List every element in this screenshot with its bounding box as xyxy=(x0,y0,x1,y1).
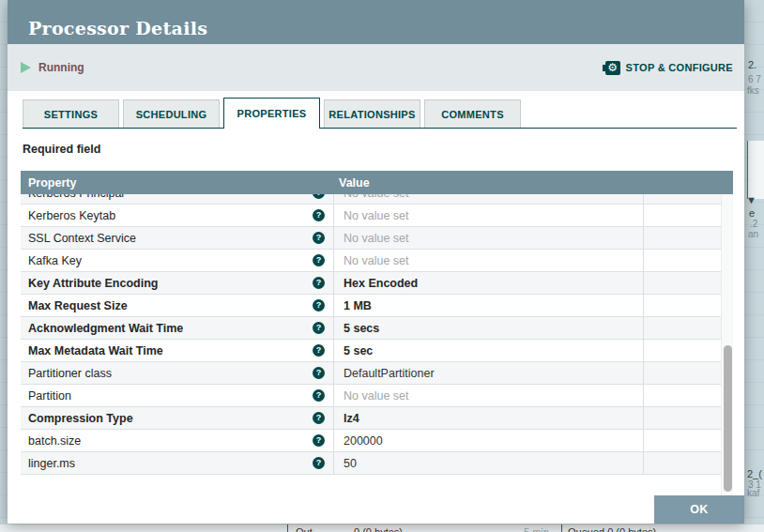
property-help-icon[interactable]: ? xyxy=(313,254,325,266)
property-help-icon[interactable]: ? xyxy=(313,434,325,447)
column-header-value: Value xyxy=(333,176,643,190)
tab-relationships[interactable]: RELATIONSHIPS xyxy=(324,99,420,128)
property-name-cell: Key Attribute Encoding? xyxy=(21,272,333,294)
property-name: Max Request Size xyxy=(28,299,128,312)
tab-label: PROPERTIES xyxy=(237,108,307,119)
property-help-icon[interactable]: ? xyxy=(313,344,325,357)
tab-scheduling[interactable]: SCHEDULING xyxy=(123,99,220,128)
canvas-text-fragment: 2. xyxy=(748,59,756,70)
property-help-icon[interactable]: ? xyxy=(313,457,325,469)
properties-table-body: Kerberos Principal?No value setKerberos … xyxy=(21,194,721,495)
property-value-cell: No value set xyxy=(333,205,643,226)
property-name: Compression Type xyxy=(28,412,133,425)
canvas-text-fragment: ▼ xyxy=(746,194,756,205)
ok-button[interactable]: OK xyxy=(654,495,744,524)
property-name: batch.size xyxy=(28,434,81,448)
statusbar-text-fragment: 0 (0 bytes) xyxy=(354,526,403,532)
required-field-note: Required field xyxy=(23,143,100,156)
property-value-cell: DefaultPartitioner xyxy=(333,362,643,384)
statusbar-text-fragment: 5 min xyxy=(524,526,549,532)
property-value-cell: lz4 xyxy=(333,407,643,429)
property-name: Acknowledgment Wait Time xyxy=(28,322,183,335)
property-row: Kerberos Keytab?No value set xyxy=(21,205,721,227)
property-row: Key Attribute Encoding?Hex Encoded xyxy=(21,272,721,295)
property-extra-cell xyxy=(643,250,721,271)
property-value-cell: Hex Encoded xyxy=(333,272,643,294)
property-name-cell: Max Request Size? xyxy=(21,295,333,316)
property-extra-cell xyxy=(643,340,721,361)
property-name-cell: Max Metadata Wait Time? xyxy=(21,340,333,361)
property-help-icon[interactable]: ? xyxy=(313,412,325,424)
property-row: Compression Type?lz4 xyxy=(21,407,721,430)
column-header-property: Property xyxy=(21,176,333,190)
statusbar-text-fragment: Queued 0 (0 bytes) xyxy=(568,526,656,532)
property-extra-cell xyxy=(643,407,721,429)
property-extra-cell xyxy=(643,205,721,226)
property-help-icon[interactable]: ? xyxy=(313,209,325,221)
stop-configure-gear-icon: ⚙ xyxy=(605,61,620,75)
property-name: Key Attribute Encoding xyxy=(28,277,158,290)
tab-label: SCHEDULING xyxy=(136,109,207,120)
statusbar-text-fragment: Out xyxy=(296,526,313,532)
property-help-icon[interactable]: ? xyxy=(313,322,325,334)
table-scrollbar-track[interactable] xyxy=(721,194,733,495)
property-help-icon[interactable]: ? xyxy=(313,367,325,379)
property-name: SSL Context Service xyxy=(28,232,136,245)
property-row: SSL Context Service?No value set xyxy=(21,227,721,250)
property-row: Acknowledgment Wait Time?5 secs xyxy=(21,317,721,340)
properties-table-header: Property Value xyxy=(21,171,733,194)
property-name-cell: Kafka Key? xyxy=(21,250,333,271)
statusbar-divider xyxy=(287,524,288,532)
property-name-cell: Compression Type? xyxy=(21,407,333,429)
property-help-icon[interactable]: ? xyxy=(313,194,325,199)
run-status: Running xyxy=(21,61,84,74)
property-name: Kafka Key xyxy=(28,254,82,267)
property-value-cell: No value set xyxy=(333,385,643,406)
tab-comments[interactable]: COMMENTS xyxy=(424,99,521,128)
property-help-icon[interactable]: ? xyxy=(313,277,325,289)
property-name-cell: SSL Context Service? xyxy=(21,227,333,249)
property-row: Kafka Key?No value set xyxy=(21,250,721,272)
property-extra-cell xyxy=(643,452,721,474)
property-name: Kerberos Principal xyxy=(28,194,124,200)
property-value-cell: 1 MB xyxy=(333,295,643,316)
background-statusbar: Out0 (0 bytes)5 minQueued 0 (0 bytes) xyxy=(0,524,764,532)
play-icon xyxy=(21,62,31,73)
property-name-cell: batch.size? xyxy=(21,430,333,451)
property-extra-cell xyxy=(643,295,721,316)
property-row: linger.ms?50 xyxy=(21,452,721,475)
dialog-header: Processor Details xyxy=(8,0,744,44)
property-help-icon[interactable]: ? xyxy=(313,299,325,312)
canvas-text-fragment: e xyxy=(749,207,755,219)
tab-label: RELATIONSHIPS xyxy=(329,109,415,120)
stop-and-configure-button[interactable]: ⚙ STOP & CONFIGURE xyxy=(605,61,733,75)
canvas-text-fragment: kaf xyxy=(747,488,759,498)
background-canvas-component xyxy=(747,141,764,199)
property-value-cell: No value set xyxy=(333,250,643,271)
canvas-text-fragment: fks xyxy=(747,85,759,96)
property-name-cell: Acknowledgment Wait Time? xyxy=(21,317,333,339)
canvas-text-fragment: 2_( xyxy=(747,468,762,479)
property-extra-cell xyxy=(643,430,721,451)
tab-label: SETTINGS xyxy=(44,109,98,120)
property-name: linger.ms xyxy=(28,457,75,470)
property-value-cell: 50 xyxy=(333,452,643,474)
tab-properties[interactable]: PROPERTIES xyxy=(223,98,320,129)
property-help-icon[interactable]: ? xyxy=(313,232,325,244)
property-name: Max Metadata Wait Time xyxy=(28,344,163,357)
stop-configure-label: STOP & CONFIGURE xyxy=(626,62,733,73)
run-status-label: Running xyxy=(38,61,84,74)
statusbar-divider xyxy=(561,524,562,532)
property-help-icon[interactable]: ? xyxy=(313,389,325,402)
property-row: Kerberos Principal?No value set xyxy=(21,194,721,205)
property-value-cell: No value set xyxy=(333,194,643,204)
property-name-cell: Partition? xyxy=(21,385,333,406)
property-name: Partitioner class xyxy=(28,367,112,380)
property-row: Partition?No value set xyxy=(21,385,721,407)
property-value-cell: 200000 xyxy=(333,430,643,451)
processor-details-dialog: Processor Details Running ⚙ STOP & CONFI… xyxy=(8,0,744,524)
property-extra-cell xyxy=(643,227,721,249)
property-row: batch.size?200000 xyxy=(21,430,721,452)
table-scrollbar-thumb[interactable] xyxy=(724,345,732,492)
tab-settings[interactable]: SETTINGS xyxy=(23,99,119,128)
